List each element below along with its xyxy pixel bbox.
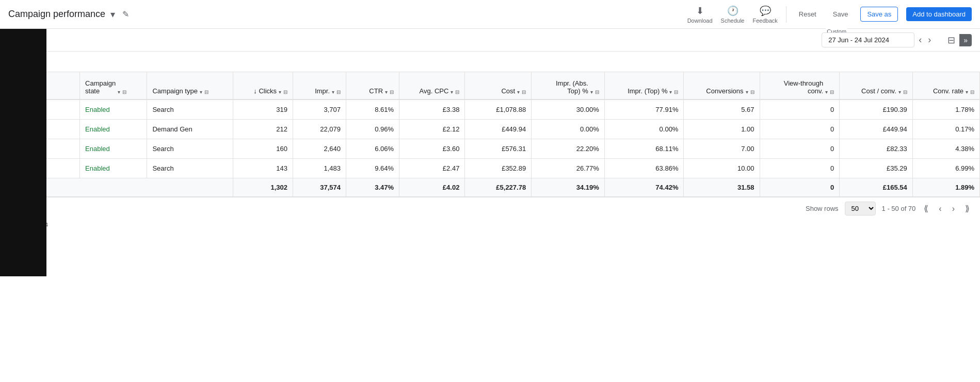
- add-to-dashboard-button[interactable]: Add to dashboard: [906, 7, 972, 21]
- table-row: EnabledSearch1602,6406.06%£3.60£576.3122…: [0, 139, 980, 159]
- cell-cost-1: £449.94: [465, 120, 532, 139]
- cell-impr_top-1: 0.00%: [604, 120, 684, 139]
- th-cost[interactable]: Cost ▾ ⊟: [465, 72, 532, 99]
- undo-redo-area: ↩ Undo ↪ Redo: [8, 32, 39, 48]
- th-ctr[interactable]: CTR ▾ ⊟: [346, 72, 399, 99]
- th-conversions[interactable]: Conversions ▾ ⊟: [684, 72, 760, 99]
- cell-ctr-3: 9.64%: [346, 159, 399, 178]
- cost-conv-sort-icon: ▾: [898, 89, 901, 95]
- first-page-button[interactable]: ⟪: [922, 203, 930, 214]
- cell-state-3: Enabled: [80, 159, 147, 178]
- th-clicks-label: ↓ Clicks: [253, 87, 277, 95]
- download-button[interactable]: ⬇ Download: [687, 5, 713, 24]
- cell-conv_rate-3: 6.99%: [912, 159, 979, 178]
- th-conv-rate[interactable]: Conv. rate ▾ ⊟: [912, 72, 979, 99]
- save-button[interactable]: Save: [829, 7, 853, 21]
- cell-view_through-2: 0: [760, 139, 840, 159]
- edit-title-button[interactable]: ✎: [120, 7, 131, 21]
- total-impr_abs_top: 34.19%: [532, 178, 605, 197]
- table-container: Campaign ▾ ⊟ Campaignstate ▾ ⊟ Campaign …: [0, 72, 980, 197]
- impr-abs-top-filter-icon: ⊟: [595, 89, 599, 95]
- cell-campaign-3: [0, 159, 80, 178]
- table-header: Campaign ▾ ⊟ Campaignstate ▾ ⊟ Campaign …: [0, 72, 980, 99]
- date-next-button[interactable]: ›: [926, 32, 933, 47]
- view-through-filter-icon: ⊟: [830, 89, 834, 95]
- th-conv-rate-label: Conv. rate: [933, 87, 963, 95]
- rows-per-page-select[interactable]: 50 10 25 100: [845, 202, 876, 215]
- last-page-button[interactable]: ⟫: [963, 203, 972, 214]
- date-picker-button[interactable]: 27 Jun - 24 Jul 2024: [822, 32, 914, 47]
- state-badge: Enabled: [85, 106, 110, 113]
- save-as-button[interactable]: Save as: [860, 7, 898, 22]
- th-impr[interactable]: Impr. ▾ ⊟: [293, 72, 346, 99]
- undo-button[interactable]: ↩ Undo: [8, 32, 21, 48]
- cell-state-2: Enabled: [80, 139, 147, 159]
- filter-button[interactable]: ⊟: [945, 32, 957, 48]
- date-prev-button[interactable]: ‹: [917, 32, 924, 47]
- reset-button[interactable]: Reset: [795, 7, 821, 21]
- th-view-through[interactable]: View-throughconv. ▾ ⊟: [760, 72, 840, 99]
- th-avg-cpc[interactable]: Avg. CPC ▾ ⊟: [399, 72, 465, 99]
- total-impr: 37,574: [293, 178, 346, 197]
- th-clicks[interactable]: ↓ Clicks ▾ ⊟: [233, 72, 293, 99]
- th-type[interactable]: Campaign type ▾ ⊟: [147, 72, 233, 99]
- clicks-sort-icon: ▾: [279, 89, 281, 95]
- th-impr-abs-top[interactable]: Impr. (Abs.Top) % ▾ ⊟: [532, 72, 605, 99]
- cell-impr_abs_top-2: 22.20%: [532, 139, 605, 159]
- total-conversions: 31.58: [684, 178, 760, 197]
- cell-conversions-1: 1.00: [684, 120, 760, 139]
- redo-label: Redo: [27, 42, 39, 48]
- top-toolbar: Campaign performance ▾ ✎ ⬇ Download 🕐 Sc…: [0, 0, 980, 29]
- cell-impr-0: 3,707: [293, 99, 346, 120]
- prev-page-button[interactable]: ‹: [937, 203, 943, 214]
- cell-campaign-2: [0, 139, 80, 159]
- cell-view_through-0: 0: [760, 99, 840, 120]
- feedback-label: Feedback: [752, 18, 777, 24]
- th-state[interactable]: Campaignstate ▾ ⊟: [80, 72, 147, 99]
- schedule-button[interactable]: 🕐 Schedule: [721, 5, 745, 24]
- cell-avg_cpc-3: £2.47: [399, 159, 465, 178]
- total-label: Total: [0, 178, 233, 197]
- cost-conv-filter-icon: ⊟: [903, 89, 907, 95]
- th-cost-conv[interactable]: Cost / conv. ▾ ⊟: [840, 72, 913, 99]
- conversions-filter-icon: ⊟: [750, 89, 754, 95]
- campaign-name-redacted: [5, 105, 46, 112]
- impr-filter-icon: ⊟: [336, 89, 341, 95]
- cell-impr_top-2: 68.11%: [604, 139, 684, 159]
- th-impr-abs-top-label: Impr. (Abs.Top) %: [556, 79, 588, 95]
- total-row: Total1,30237,5743.47%£4.02£5,227.7834.19…: [0, 178, 980, 197]
- cell-view_through-3: 0: [760, 159, 840, 178]
- avg-cpc-filter-icon: ⊟: [455, 89, 459, 95]
- redo-button[interactable]: ↪ Redo: [27, 32, 39, 48]
- th-avg-cpc-label: Avg. CPC: [420, 87, 449, 95]
- conversions-sort-icon: ▾: [746, 89, 748, 95]
- cell-campaign-1: [0, 120, 80, 139]
- cost-filter-icon: ⊟: [522, 89, 526, 95]
- state-filter-icon: ⊟: [122, 89, 126, 95]
- next-page-button[interactable]: ›: [950, 203, 957, 214]
- add-filter-button[interactable]: Add filter: [8, 56, 35, 68]
- state-badge: Enabled: [85, 145, 110, 153]
- th-impr-top[interactable]: Impr. (Top) % ▾ ⊟: [604, 72, 684, 99]
- cell-impr_abs_top-1: 0.00%: [532, 120, 605, 139]
- toolbar-right: ⬇ Download 🕐 Schedule 💬 Feedback Reset S…: [687, 5, 972, 24]
- cell-avg_cpc-2: £3.60: [399, 139, 465, 159]
- impr-sort-icon: ▾: [332, 89, 334, 95]
- page-title: Campaign performance: [8, 9, 105, 20]
- feedback-button[interactable]: 💬 Feedback: [752, 5, 777, 24]
- cell-conversions-2: 7.00: [684, 139, 760, 159]
- cell-conv_rate-1: 0.17%: [912, 120, 979, 139]
- cell-cost-3: £352.89: [465, 159, 532, 178]
- cell-impr-1: 22,079: [293, 120, 346, 139]
- cell-cost_conv-1: £449.94: [840, 120, 913, 139]
- th-campaign[interactable]: Campaign ▾ ⊟: [0, 72, 80, 99]
- impr-abs-top-sort-icon: ▾: [590, 89, 593, 95]
- table-row: EnabledSearch1431,4839.64%£2.47£352.8926…: [0, 159, 980, 178]
- title-dropdown-button[interactable]: ▾: [109, 8, 116, 21]
- collapse-button[interactable]: »: [959, 34, 972, 46]
- cell-ctr-1: 0.96%: [346, 120, 399, 139]
- campaign-name-redacted: [5, 144, 46, 152]
- th-ctr-label: CTR: [369, 87, 383, 95]
- cell-clicks-1: 212: [233, 120, 293, 139]
- header-row: Campaign ▾ ⊟ Campaignstate ▾ ⊟ Campaign …: [0, 72, 980, 99]
